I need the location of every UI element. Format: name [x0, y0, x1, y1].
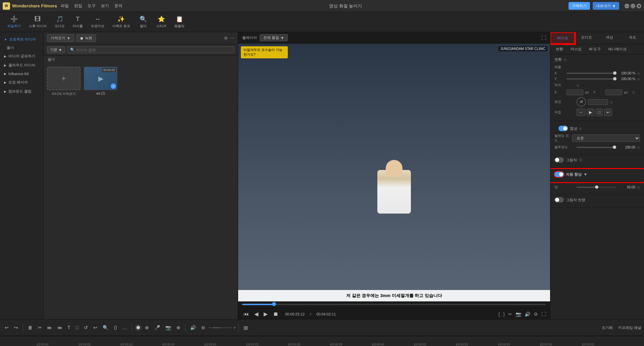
split-button[interactable]: ⏭: [45, 324, 54, 332]
tool-titles[interactable]: T 타이틀: [69, 14, 86, 30]
zoom-search-btn[interactable]: 🔍: [101, 324, 110, 332]
menu-file[interactable]: 파일: [61, 3, 69, 9]
tool-add-media[interactable]: ➕ 파일추가: [4, 14, 24, 30]
rotation-circle[interactable]: ↺: [577, 97, 586, 107]
tool-stock-media[interactable]: 🎞 스톡 미디어: [25, 14, 50, 30]
minus-btn[interactable]: ⊖: [199, 324, 207, 332]
zoom-plus[interactable]: +: [233, 326, 235, 330]
auto-enhance-toggle[interactable]: [554, 172, 564, 177]
purchase-button[interactable]: 구매하기: [569, 2, 590, 10]
rotation-keyframe[interactable]: ◇: [610, 100, 613, 104]
opacity-slider[interactable]: [577, 147, 616, 148]
sidebar-item-adjust-layer[interactable]: ▶ 조정 레이어: [0, 78, 43, 87]
cut-button[interactable]: ✂: [36, 324, 44, 332]
scale-y-keyframe[interactable]: ◇: [637, 77, 640, 81]
filter-media-icon[interactable]: ⚙: [224, 36, 228, 41]
progress-bar[interactable]: [242, 304, 546, 305]
mark-in-icon[interactable]: {: [498, 311, 500, 317]
zoom-minus[interactable]: −: [209, 326, 211, 330]
sidebar-item-project-media[interactable]: ▼ 프로젝트 미디어: [0, 35, 43, 44]
menu-help[interactable]: 운의: [114, 3, 122, 9]
amount-keyframe[interactable]: ◇: [637, 185, 640, 189]
add-media-thumb[interactable]: +: [47, 67, 80, 90]
audio-icon-btn[interactable]: 🔊: [188, 324, 198, 332]
tool-filter[interactable]: 🔍 필터: [135, 14, 152, 30]
scale-y-slider[interactable]: [567, 78, 616, 79]
tool-audio[interactable]: 🎵 오디오: [51, 14, 68, 30]
audio-record-btn[interactable]: 🎤: [152, 324, 162, 332]
subtab-masking[interactable]: 마스킹: [568, 46, 584, 53]
pos-x-input[interactable]: 0.00: [567, 90, 583, 95]
subtab-ai-tools[interactable]: AI 도구: [586, 46, 603, 53]
media-add-item[interactable]: + 미디어 가져오기: [47, 67, 80, 316]
audio-icon-2[interactable]: 🔊: [525, 311, 530, 317]
sidebar-item-folder[interactable]: 폴더: [0, 44, 43, 52]
play-button[interactable]: ▶: [262, 310, 269, 318]
camera-btn[interactable]: 📷: [163, 324, 173, 332]
frame-back-button[interactable]: ◀: [253, 310, 260, 318]
search-input[interactable]: [76, 48, 231, 52]
sidebar-item-compound-clip[interactable]: ▶ 컴파운드 클립: [0, 87, 43, 96]
close-button[interactable]: ✕: [637, 4, 641, 8]
zoom-fit-btn[interactable]: ↩: [91, 324, 99, 332]
tab-video[interactable]: 비디오: [550, 32, 575, 44]
pos-keyframe[interactable]: ◇: [632, 91, 635, 94]
plus-btn[interactable]: ⊕: [174, 324, 182, 332]
rotate-btn[interactable]: ↺: [82, 324, 90, 332]
sort-button[interactable]: 기본 ▼: [47, 46, 65, 53]
sidebar-item-cloud-media[interactable]: ▶ 클라우드 미디어: [0, 61, 43, 70]
video-thumb[interactable]: 00:04:02 ✓ ▶: [84, 67, 117, 90]
record-dot-button[interactable]: [135, 324, 142, 331]
text-btn[interactable]: T: [65, 324, 72, 332]
fullscreen-icon[interactable]: ⛶: [541, 35, 546, 41]
more-media-icon[interactable]: ⋯: [230, 36, 234, 41]
tool-effects[interactable]: ✨ 이펙트 효과: [109, 14, 133, 30]
amount-slider[interactable]: [577, 187, 616, 188]
opacity-keyframe[interactable]: ◇: [637, 146, 640, 149]
undo-button[interactable]: ↩: [3, 324, 11, 332]
scale-x-slider[interactable]: [567, 73, 616, 74]
menu-view[interactable]: 보기: [101, 3, 109, 9]
redo-button[interactable]: ↪: [12, 324, 20, 332]
more-btn[interactable]: …: [120, 324, 129, 332]
shadow-reflection-toggle[interactable]: [554, 197, 564, 203]
rect-button[interactable]: □: [74, 324, 80, 332]
flip-h-button[interactable]: ↔: [577, 109, 585, 116]
tab-speed[interactable]: 속도: [621, 32, 644, 44]
subtab-animation[interactable]: 애니메이션: [605, 46, 629, 53]
export-button[interactable]: 내보내기 ▼: [593, 2, 619, 10]
zoom-slider[interactable]: [212, 327, 232, 328]
record-button[interactable]: ⏺ 녹화: [76, 34, 96, 42]
progress-dot[interactable]: [272, 302, 276, 306]
stop-button[interactable]: ⏹: [272, 310, 280, 318]
position-keyframe[interactable]: ◇: [577, 83, 579, 87]
menu-tools[interactable]: 도구: [88, 3, 96, 9]
media-video-item[interactable]: 00:04:02 ✓ ▶ aa (2): [84, 67, 117, 316]
search-box[interactable]: 🔍: [67, 46, 234, 53]
clip-icon[interactable]: ✂: [508, 311, 512, 317]
tab-audio[interactable]: 오디오: [575, 32, 598, 44]
composite-keyframe[interactable]: ◇: [579, 127, 582, 130]
grid-btn[interactable]: ▤: [241, 324, 250, 332]
skip-back-button[interactable]: ⏮: [242, 310, 250, 318]
sidebar-item-influence-kit[interactable]: ▶ Influence Kit: [0, 70, 43, 78]
adjust-label[interactable]: 조기화: [602, 325, 613, 330]
quality-button[interactable]: 전체 품질 ▼: [260, 34, 288, 41]
minimize-button[interactable]: ─: [625, 4, 629, 8]
tool-transitions[interactable]: ↔ 트렌지션: [88, 14, 108, 30]
import-button[interactable]: 가져오기 ▼: [47, 34, 74, 42]
flip-btn4[interactable]: ↩: [604, 109, 612, 116]
shadow-toggle[interactable]: [554, 157, 564, 163]
blend-mode-select[interactable]: 표준: [572, 134, 640, 142]
add-track-button[interactable]: ⊕: [143, 324, 151, 332]
composite-header[interactable]: 합성 ◇: [554, 124, 640, 133]
scale-x-keyframe[interactable]: ◇: [637, 71, 640, 75]
tool-template[interactable]: 📋 템플릿: [171, 14, 188, 30]
settings-icon[interactable]: ⚙: [534, 311, 538, 317]
tool-sticker[interactable]: ⭐ 스티커: [153, 14, 170, 30]
subtab-transform[interactable]: 변환: [553, 46, 566, 53]
fullscreen-icon-2[interactable]: ⛶: [541, 311, 546, 317]
tab-color[interactable]: 색상: [598, 32, 621, 44]
sidebar-item-share-media[interactable]: ▶ 미디어 공유하기: [0, 52, 43, 61]
flip-btn3[interactable]: □: [596, 109, 603, 116]
